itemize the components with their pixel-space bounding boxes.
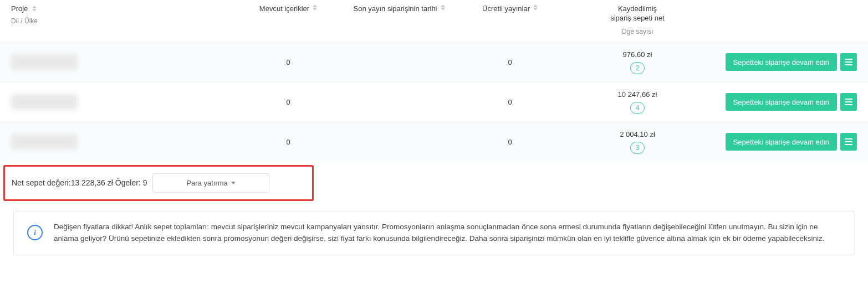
col-ucretli-label: Ücretli yayınlar [482, 4, 530, 14]
row-menu-button[interactable] [840, 93, 857, 111]
project-name-redacted [11, 94, 78, 110]
continue-order-button[interactable]: Sepetteki siparişe devam edin [726, 93, 837, 111]
table-row: 0 0 976,60 zł 2 Sepetteki siparişe devam… [0, 42, 868, 82]
col-actions [709, 4, 857, 35]
cart-summary: Net sepet değeri:13 228,36 zł Ögeler: 9 … [3, 165, 314, 201]
sort-icon [533, 4, 538, 11]
col-son-label: Son yayın siparişinin tarihi [353, 4, 437, 14]
col-ucretli[interactable]: Ücretli yayınlar [455, 4, 565, 35]
cell-mevcut: 0 [233, 98, 344, 106]
col-proje-label: Proje [11, 4, 28, 13]
cell-mevcut: 0 [233, 138, 344, 146]
table-body: 0 0 976,60 zł 2 Sepetteki siparişe devam… [0, 42, 868, 162]
sort-icon [441, 4, 445, 11]
alert-text: Değişen fiyatlara dikkat! Anlık sepet to… [54, 221, 841, 245]
col-mevcut[interactable]: Mevcut içerikler [233, 4, 344, 35]
summary-text: Net sepet değeri:13 228,36 zł Ögeler: 9 [12, 178, 147, 187]
col-mevcut-label: Mevcut içerikler [259, 4, 309, 14]
cell-ucretli: 0 [455, 98, 565, 106]
cell-ucretli: 0 [455, 58, 565, 66]
sort-icon [313, 4, 317, 11]
sort-icon [32, 6, 37, 12]
item-count-badge: 2 [630, 62, 645, 74]
table-header: Proje Dil / Ülke Mevcut içerikler Son ya… [0, 0, 868, 42]
table-row: 0 0 10 247,66 zł 4 Sepetteki siparişe de… [0, 82, 868, 122]
project-name-redacted [11, 54, 78, 70]
table-row: 0 0 2 004,10 zł 3 Sepetteki siparişe dev… [0, 122, 868, 162]
continue-order-button[interactable]: Sepetteki siparişe devam edin [726, 53, 837, 71]
menu-icon [845, 138, 852, 145]
deposit-button[interactable]: Para yatırma [152, 173, 269, 193]
project-name-redacted [11, 134, 78, 150]
col-kayd-line2: sipariş sepeti net [610, 14, 665, 23]
menu-icon [845, 59, 852, 65]
col-kayd-sub: Öge sayısı [621, 28, 653, 35]
projects-table: Proje Dil / Ülke Mevcut içerikler Son ya… [0, 0, 868, 162]
chevron-down-icon [231, 182, 236, 184]
col-proje[interactable]: Proje Dil / Ülke [11, 4, 233, 35]
cell-price: 976,60 zł [565, 50, 709, 59]
cell-mevcut: 0 [233, 58, 344, 66]
row-menu-button[interactable] [840, 53, 857, 71]
col-son[interactable]: Son yayın siparişinin tarihi [344, 4, 455, 35]
deposit-label: Para yatırma [186, 179, 227, 187]
row-menu-button[interactable] [840, 133, 857, 151]
price-warning-alert: i Değişen fiyatlara dikkat! Anlık sepet … [13, 211, 855, 255]
cell-ucretli: 0 [455, 138, 565, 146]
col-kayd: Kaydedilmiş sipariş sepeti net Öge sayıs… [565, 4, 709, 35]
item-count-badge: 4 [630, 102, 645, 114]
item-count-badge: 3 [630, 142, 645, 154]
cell-price: 10 247,66 zł [565, 90, 709, 99]
menu-icon [845, 99, 852, 105]
info-icon: i [27, 225, 43, 240]
continue-order-button[interactable]: Sepetteki siparişe devam edin [726, 133, 837, 151]
cell-price: 2 004,10 zł [565, 130, 709, 138]
col-kayd-line1: Kaydedilmiş [610, 4, 665, 14]
col-proje-sub: Dil / Ülke [11, 17, 38, 25]
